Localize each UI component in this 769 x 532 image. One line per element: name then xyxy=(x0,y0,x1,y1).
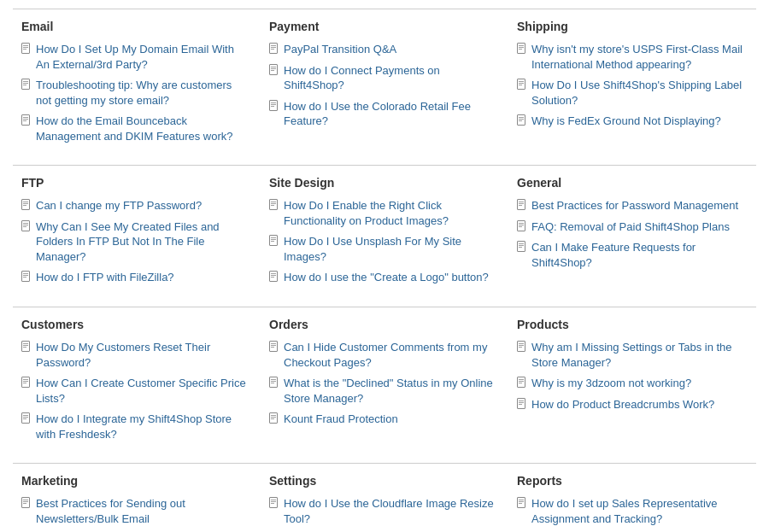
article-link[interactable]: How Do I Use Unsplash For My Site Images… xyxy=(284,234,496,264)
list-item: How do I Use the Colorado Retail Fee Fea… xyxy=(269,99,496,129)
list-item: FAQ: Removal of Paid Shift4Shop Plans xyxy=(517,219,743,235)
article-link[interactable]: How do I Use the Cloudflare Image Resize… xyxy=(284,496,496,526)
article-link[interactable]: Troubleshooting tip: Why are customers n… xyxy=(36,78,248,108)
section-title-settings: Settings xyxy=(269,474,496,488)
svg-rect-120 xyxy=(270,498,278,508)
document-icon xyxy=(269,43,279,56)
document-icon xyxy=(269,377,279,389)
link-list-marketing: Best Practices for Sending out Newslette… xyxy=(21,496,248,532)
list-item: How do I set up Sales Representative Ass… xyxy=(517,496,743,526)
document-icon xyxy=(517,114,527,127)
article-link[interactable]: How do I set up Sales Representative Ass… xyxy=(531,496,743,526)
article-link[interactable]: FAQ: Removal of Paid Shift4Shop Plans xyxy=(531,219,730,235)
article-link[interactable]: How do I Use the Colorado Retail Fee Fea… xyxy=(284,99,496,129)
link-list-site-design: How Do I Enable the Right Click Function… xyxy=(269,198,496,285)
list-item: How Do I Set Up My Domain Email With An … xyxy=(21,42,248,72)
list-item: How do I Integrate my Shift4Shop Store w… xyxy=(21,412,248,441)
list-item: Kount Fraud Protection xyxy=(269,412,496,427)
article-link[interactable]: How Can I Create Customer Specific Price… xyxy=(36,376,248,406)
list-item: How do I FTP with FileZilla? xyxy=(21,270,248,285)
link-list-general: Best Practices for Password Management F… xyxy=(517,198,743,270)
document-icon xyxy=(269,199,279,212)
svg-rect-40 xyxy=(22,220,30,231)
document-icon xyxy=(269,271,279,284)
article-link[interactable]: How do the Email Bounceback Management a… xyxy=(36,114,248,143)
list-item: Best Practices for Sending out Newslette… xyxy=(21,496,248,526)
svg-rect-44 xyxy=(22,272,30,282)
svg-rect-100 xyxy=(518,377,525,388)
list-item: Can I Make Feature Requests for Shift4Sh… xyxy=(517,240,743,270)
document-icon xyxy=(517,398,527,411)
article-link[interactable]: How do I FTP with FileZilla? xyxy=(36,270,174,285)
list-item: How Do I Use Shift4Shop's Shipping Label… xyxy=(517,78,743,108)
section-shipping: Shipping Why isn't my store's USPS First… xyxy=(508,9,756,165)
svg-rect-20 xyxy=(270,100,278,110)
article-link[interactable]: How Do My Customers Reset Their Password… xyxy=(36,340,248,370)
document-icon xyxy=(21,271,32,284)
article-link[interactable]: Why isn't my store's USPS First-Class Ma… xyxy=(531,42,743,72)
article-link[interactable]: Best Practices for Sending out Newslette… xyxy=(36,496,248,526)
svg-rect-64 xyxy=(518,220,525,231)
section-title-site-design: Site Design xyxy=(269,176,496,190)
article-link[interactable]: How do I use the "Create a Logo" button? xyxy=(284,270,489,285)
article-link[interactable]: How Do I Enable the Right Click Function… xyxy=(284,198,496,228)
list-item: Why is FedEx Ground Not Displaying? xyxy=(517,114,743,129)
svg-rect-60 xyxy=(518,200,525,210)
section-products: Products Why am I Missing Settings or Ta… xyxy=(508,307,756,463)
list-item: Best Practices for Password Management xyxy=(517,198,743,213)
article-link[interactable]: PayPal Transition Q&A xyxy=(284,42,396,57)
article-link[interactable]: Best Practices for Password Management xyxy=(531,198,738,213)
link-list-orders: Can I Hide Customer Comments from my Che… xyxy=(269,340,496,427)
link-list-settings: How do I Use the Cloudflare Image Resize… xyxy=(269,496,496,532)
section-settings: Settings How do I Use the Cloudflare Ima… xyxy=(261,463,508,532)
section-customers: Customers How Do My Customers Reset Thei… xyxy=(13,307,261,463)
link-list-products: Why am I Missing Settings or Tabs in the… xyxy=(517,340,743,412)
article-link[interactable]: Can I Make Feature Requests for Shift4Sh… xyxy=(531,240,743,270)
list-item: How do the Email Bounceback Management a… xyxy=(21,114,248,143)
article-link[interactable]: How Do I Set Up My Domain Email With An … xyxy=(36,42,248,72)
section-site-design: Site Design How Do I Enable the Right Cl… xyxy=(261,165,508,307)
svg-rect-28 xyxy=(518,79,525,90)
list-item: How do I use the "Create a Logo" button? xyxy=(269,270,496,285)
section-marketing: Marketing Best Practices for Sending out… xyxy=(13,463,261,532)
link-list-customers: How Do My Customers Reset Their Password… xyxy=(21,340,248,441)
svg-rect-104 xyxy=(518,398,525,408)
svg-rect-72 xyxy=(22,342,30,352)
document-icon xyxy=(21,341,32,354)
list-item: How do Product Breadcrumbs Work? xyxy=(517,397,743,412)
article-link[interactable]: How Do I Use Shift4Shop's Shipping Label… xyxy=(531,78,743,108)
article-link[interactable]: How do I Connect Payments on Shift4Shop? xyxy=(284,63,496,93)
section-title-products: Products xyxy=(517,318,743,331)
list-item: Why am I Missing Settings or Tabs in the… xyxy=(517,340,743,370)
section-title-reports: Reports xyxy=(517,474,743,488)
list-item: How do I Use the Cloudflare Image Resize… xyxy=(269,496,496,526)
article-link[interactable]: Can I Hide Customer Comments from my Che… xyxy=(284,340,496,370)
section-general: General Best Practices for Password Mana… xyxy=(508,165,756,307)
article-link[interactable]: Kount Fraud Protection xyxy=(284,412,398,427)
list-item: How Do I Enable the Right Click Function… xyxy=(269,198,496,228)
document-icon xyxy=(517,341,527,354)
svg-rect-108 xyxy=(22,498,30,508)
document-icon xyxy=(269,497,279,510)
document-icon xyxy=(21,412,32,425)
list-item: How Can I Create Customer Specific Price… xyxy=(21,376,248,406)
article-link[interactable]: Can I change my FTP Password? xyxy=(36,198,202,213)
document-icon xyxy=(21,377,32,389)
document-icon xyxy=(517,377,527,389)
article-link[interactable]: Why is FedEx Ground Not Displaying? xyxy=(531,114,721,129)
svg-rect-48 xyxy=(270,200,278,210)
svg-rect-16 xyxy=(270,64,278,74)
article-link[interactable]: What is the "Declined" Status in my Onli… xyxy=(284,376,496,406)
section-email: Email How Do I Set Up My Domain Email Wi… xyxy=(13,9,261,165)
article-link[interactable]: How do Product Breadcrumbs Work? xyxy=(531,397,714,412)
document-icon xyxy=(269,64,279,77)
list-item: How Do I Use Unsplash For My Site Images… xyxy=(269,234,496,264)
article-link[interactable]: Why am I Missing Settings or Tabs in the… xyxy=(531,340,743,370)
list-item: PayPal Transition Q&A xyxy=(269,42,496,57)
svg-rect-80 xyxy=(22,413,30,424)
article-link[interactable]: How do I Integrate my Shift4Shop Store w… xyxy=(36,412,248,441)
article-link[interactable]: Why Can I See My Created Files and Folde… xyxy=(36,219,248,265)
section-title-shipping: Shipping xyxy=(517,20,743,33)
document-icon xyxy=(517,79,527,91)
article-link[interactable]: Why is my 3dzoom not working? xyxy=(531,376,691,391)
